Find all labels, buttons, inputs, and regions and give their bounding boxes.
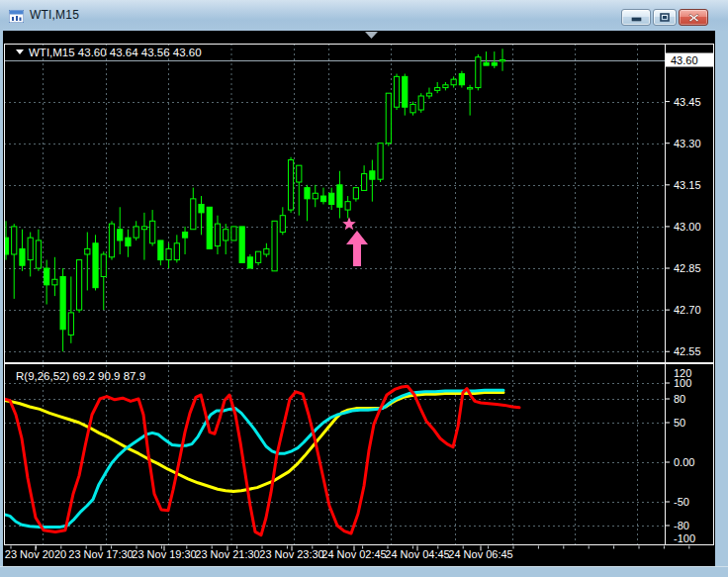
window-frame-divider [0, 566, 728, 567]
candle [85, 248, 90, 254]
candle [378, 144, 383, 179]
candle [93, 243, 98, 288]
candle [118, 230, 123, 240]
close-icon [688, 13, 699, 23]
svg-text:50: 50 [674, 417, 685, 429]
app-icon [9, 10, 24, 23]
candle [443, 85, 448, 88]
candle [141, 227, 146, 230]
candle [256, 251, 261, 262]
candle [207, 207, 212, 248]
svg-text:24 Nov 04:45: 24 Nov 04:45 [385, 548, 449, 560]
candle [52, 279, 57, 285]
candle [435, 88, 440, 91]
candle [247, 257, 252, 268]
minimize-button[interactable] [621, 9, 651, 26]
candle [403, 76, 408, 107]
candle [329, 193, 334, 204]
candle [362, 174, 367, 191]
symbol-ohlc-label: WTI,M15 43.60 43.64 43.56 43.60 [29, 47, 202, 58]
candle [337, 185, 342, 207]
chart-background [3, 31, 715, 566]
svg-text:43.30: 43.30 [674, 138, 701, 149]
candle [191, 199, 196, 230]
chart-header: WTI,M15 43.60 43.64 43.56 43.60 [16, 47, 202, 58]
svg-text:100: 100 [674, 377, 691, 389]
candle [410, 104, 415, 112]
candle [370, 171, 375, 179]
candle [492, 62, 497, 65]
candle [353, 188, 358, 199]
title-bar[interactable]: WTI,M15 [0, 0, 728, 31]
restore-button[interactable] [653, 9, 677, 26]
svg-text:-100: -100 [674, 532, 695, 544]
candle [45, 268, 49, 285]
svg-text:-80: -80 [674, 520, 689, 531]
candle [101, 254, 106, 276]
candle [459, 74, 464, 85]
candle [109, 224, 114, 257]
candle [305, 188, 310, 199]
svg-text:42.85: 42.85 [674, 262, 701, 274]
candle [280, 216, 285, 233]
svg-text:80: 80 [674, 393, 685, 405]
svg-text:0.00: 0.00 [674, 456, 694, 468]
candle [224, 230, 228, 240]
candle [394, 76, 399, 107]
candle [126, 238, 131, 245]
svg-text:43.15: 43.15 [674, 179, 701, 191]
candle [174, 243, 179, 260]
chart-client-area: 43.6043.4543.3043.1543.0042.8542.7042.55… [3, 31, 715, 566]
candle [231, 227, 236, 240]
candle [150, 221, 155, 242]
chart-canvas[interactable]: 43.6043.4543.3043.1543.0042.8542.7042.55… [3, 31, 715, 566]
candle [134, 227, 138, 238]
candle [166, 248, 171, 259]
candle [264, 248, 269, 254]
candle [297, 165, 302, 182]
candle [199, 204, 204, 212]
candle [12, 227, 17, 254]
minimize-icon [631, 13, 642, 22]
svg-text:23 Nov 2020: 23 Nov 2020 [5, 548, 66, 560]
svg-text:23 Nov 17:30: 23 Nov 17:30 [68, 548, 133, 560]
svg-text:23 Nov 19:30: 23 Nov 19:30 [132, 548, 196, 560]
svg-text:42.55: 42.55 [674, 345, 701, 357]
svg-text:R(9,26,52) 69.2 90.9 87.9: R(9,26,52) 69.2 90.9 87.9 [16, 370, 145, 382]
svg-text:43.45: 43.45 [674, 96, 701, 108]
svg-text:42.70: 42.70 [674, 304, 701, 316]
candle [426, 93, 431, 96]
indicator-label: R(9,26,52) 69.2 90.9 87.9 [16, 370, 145, 382]
candle [272, 221, 277, 271]
close-button[interactable] [679, 9, 708, 26]
svg-text:23 Nov 23:30: 23 Nov 23:30 [259, 548, 323, 560]
svg-text:43.00: 43.00 [674, 221, 701, 233]
candle [476, 57, 481, 88]
candle [320, 196, 325, 202]
svg-text:23 Nov 21:30: 23 Nov 21:30 [195, 548, 259, 560]
current-price-tag: 43.60 [666, 53, 713, 67]
app-window: WTI,M15 43.6043.4543.3043.1543.0042.8542… [0, 0, 728, 577]
candle [484, 62, 489, 65]
candle [288, 160, 293, 211]
candle [418, 96, 423, 110]
candle [468, 88, 473, 89]
candle [313, 193, 318, 199]
candle [182, 233, 187, 239]
window-title: WTI,M15 [30, 8, 79, 22]
candle [215, 224, 220, 245]
candle [158, 240, 163, 260]
candle [28, 238, 33, 259]
candle [20, 248, 25, 265]
restore-icon [660, 13, 670, 22]
candle [60, 276, 65, 329]
candle [345, 202, 350, 210]
candle [386, 93, 391, 144]
candle [68, 313, 73, 335]
candle [239, 227, 244, 262]
candle [36, 240, 41, 268]
svg-text:43.60: 43.60 [671, 54, 698, 66]
candle [500, 60, 504, 61]
svg-text:24 Nov 02:45: 24 Nov 02:45 [321, 548, 386, 560]
svg-text:-50: -50 [674, 496, 689, 508]
